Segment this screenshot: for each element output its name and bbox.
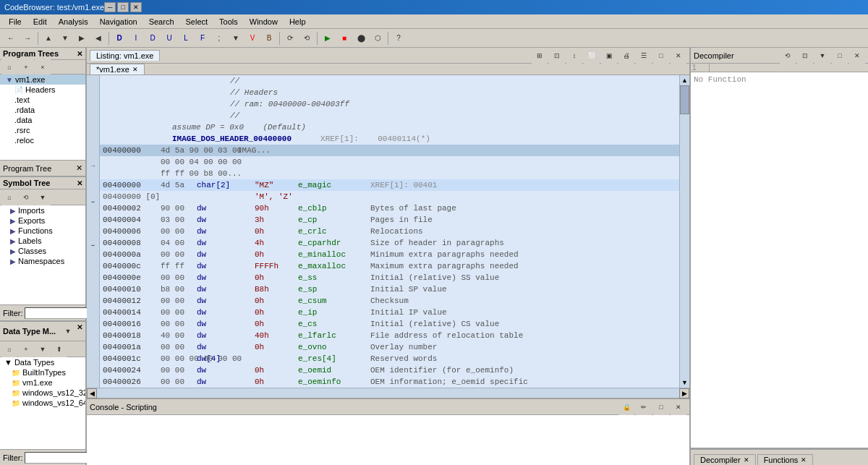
dec-tb3[interactable]: ▼: [814, 48, 830, 64]
dec-maximize[interactable]: □: [832, 48, 848, 64]
lst-tb7[interactable]: ☰: [636, 48, 652, 64]
lst-tb3[interactable]: ↕: [566, 48, 582, 64]
asm-row-6[interactable]: 00400006 00 00 dw 0h e_crlc Relocations: [100, 226, 679, 237]
asm-row-17[interactable]: 0040001c 00 00 00 00 00 00 dw[4] e_res[4…: [100, 353, 679, 364]
tab-decompiler[interactable]: Decompiler ✕: [694, 454, 756, 465]
sym-exports[interactable]: ▶ Exports: [0, 216, 85, 226]
tree-item-rdata[interactable]: .rdata: [0, 105, 85, 115]
tb-down[interactable]: ▼: [57, 30, 73, 46]
asm-row-12[interactable]: 00400012 00 00 dw 0h e_csum Checksum: [100, 295, 679, 307]
tb-btn14[interactable]: ⟳: [282, 30, 298, 46]
asm-row-8[interactable]: 0040000a 00 00 dw 0h e_minalloc Minimum …: [100, 249, 679, 260]
menu-analysis[interactable]: Analysis: [53, 16, 94, 27]
tb-stop[interactable]: ■: [336, 30, 352, 46]
sym-btn2[interactable]: ⟲: [18, 189, 34, 205]
asm-row-4[interactable]: 00400002 90 00 dw 90h e_cblp Bytes of la…: [100, 202, 679, 214]
tab-functions-close[interactable]: ✕: [801, 456, 807, 464]
tb-btn17[interactable]: ⬡: [370, 30, 386, 46]
listing-tab[interactable]: Listing: vm1.exe: [90, 50, 160, 61]
sym-functions[interactable]: ▶ Functions: [0, 226, 85, 236]
listing-hscrollbar[interactable]: ◀ ▶: [87, 388, 689, 398]
tree-item-rsrc[interactable]: .rsrc: [0, 125, 85, 135]
hscroll-track[interactable]: [98, 390, 678, 397]
program-trees-close[interactable]: ✕: [77, 50, 82, 58]
asm-row-5[interactable]: 00400004 03 00 dw 3h e_cp Pages in file: [100, 214, 679, 226]
tb-undo[interactable]: D: [111, 30, 127, 46]
tb-up[interactable]: ▲: [41, 30, 56, 46]
dt-vm1exe[interactable]: 📁 vm1.exe: [0, 377, 85, 388]
maximize-button[interactable]: □: [117, 2, 129, 12]
dt-btn1[interactable]: ▼: [60, 323, 76, 339]
tb-btn3[interactable]: ▶: [74, 30, 90, 46]
asm-row-3[interactable]: 00400000 4d 5a char[2] "MZ" e_magic XREF…: [100, 179, 679, 191]
lst-close[interactable]: ✕: [671, 48, 686, 64]
dec-close[interactable]: ✕: [849, 48, 865, 64]
menu-window[interactable]: Window: [244, 16, 284, 27]
console-maximize[interactable]: □: [653, 399, 669, 415]
dt-tb1[interactable]: ⌂: [1, 341, 17, 357]
asm-row-18[interactable]: 00400024 00 00 dw 0h e_oemid OEM identif…: [100, 364, 679, 376]
tb-btn12[interactable]: V: [244, 30, 260, 46]
lst-maximize[interactable]: □: [653, 48, 669, 64]
dt-tb3[interactable]: ▼: [35, 341, 51, 357]
tab-functions[interactable]: Functions ✕: [757, 454, 814, 465]
tb-redo[interactable]: I: [128, 30, 144, 46]
symbol-tree-close[interactable]: ✕: [77, 179, 82, 187]
asm-row-1[interactable]: 00 00 04 00 00 00: [100, 156, 679, 168]
tab-decompiler-close[interactable]: ✕: [744, 456, 749, 464]
tree-item-data[interactable]: .data: [0, 115, 85, 125]
asm-row-13[interactable]: 00400014 00 00 dw 0h e_ip Initial IP val…: [100, 307, 679, 318]
menu-select[interactable]: Select: [180, 16, 214, 27]
close-button[interactable]: ✕: [130, 2, 142, 12]
tb-back[interactable]: ←: [3, 30, 19, 46]
sym-labels[interactable]: ▶ Labels: [0, 236, 85, 246]
sym-classes[interactable]: ▶ Classes: [0, 246, 85, 256]
tb-run[interactable]: ▶: [320, 30, 336, 46]
tb-btn16[interactable]: ⬤: [353, 30, 369, 46]
scroll-thumb[interactable]: [680, 85, 689, 114]
menu-navigation[interactable]: Navigation: [94, 16, 143, 27]
sym-btn3[interactable]: ▼: [35, 189, 51, 205]
lst-tb6[interactable]: 🖨: [618, 48, 634, 64]
tb-btn11[interactable]: ▼: [228, 30, 244, 46]
sym-imports[interactable]: ▶ Imports: [0, 205, 85, 216]
asm-row-19[interactable]: 00400026 00 00 dw 0h e_oeminfo OEM infor…: [100, 376, 679, 388]
menu-file[interactable]: File: [3, 16, 27, 27]
menu-help[interactable]: Help: [284, 16, 312, 27]
nav-arrow[interactable]: →: [90, 162, 96, 169]
lst-tb4[interactable]: ⬜: [584, 48, 600, 64]
tb-btn8[interactable]: L: [178, 30, 194, 46]
tb-btn4[interactable]: ◀: [90, 30, 106, 46]
asm-row-14[interactable]: 00400016 00 00 dw 0h e_cs Initial (relat…: [100, 318, 679, 330]
lst-tb1[interactable]: ⊞: [532, 48, 548, 64]
lst-tb5[interactable]: ▣: [601, 48, 617, 64]
dec-refresh[interactable]: ⟲: [780, 48, 796, 64]
asm-row-7[interactable]: 00400008 04 00 dw 4h e_cparhdr Size of h…: [100, 237, 679, 249]
pt-home[interactable]: ⌂: [1, 59, 17, 75]
asm-row-15[interactable]: 00400018 40 00 dw 40h e_lfarlc File addr…: [100, 330, 679, 341]
menu-search[interactable]: Search: [143, 16, 180, 27]
tb-decompile[interactable]: D: [145, 30, 161, 46]
data-type-close[interactable]: ✕: [77, 323, 82, 339]
asm-row-11[interactable]: 00400010 b8 00 dw B8h e_sp Initial SP va…: [100, 283, 679, 295]
tb-btn10[interactable]: ;: [211, 30, 227, 46]
dt-builtintypes[interactable]: 📁 BuiltInTypes: [0, 367, 85, 377]
pt-add[interactable]: +: [18, 59, 34, 75]
nav-expand2[interactable]: −: [91, 242, 95, 249]
tree-item-headers[interactable]: 📄 Headers: [0, 85, 85, 95]
asm-row-9[interactable]: 0040000c ff ff dw FFFFh e_maxalloc Maxim…: [100, 260, 679, 272]
sym-namespaces[interactable]: ▶ Namespaces: [0, 256, 85, 266]
menu-tools[interactable]: Tools: [213, 16, 244, 27]
pt-delete[interactable]: ×: [35, 59, 51, 75]
tb-btn15[interactable]: ⟲: [299, 30, 315, 46]
dt-win32[interactable]: 📁 windows_vs12_32: [0, 388, 85, 398]
lst-tb2[interactable]: ⊡: [549, 48, 565, 64]
nav-expand1[interactable]: −: [91, 198, 95, 205]
tb-btn7[interactable]: U: [161, 30, 177, 46]
asm-row-16[interactable]: 0040001a 00 00 dw 0h e_ovno Overlay numb…: [100, 341, 679, 353]
asm-row-2[interactable]: ff ff 00 b8 00...: [100, 168, 679, 179]
tree-item-reloc[interactable]: .reloc: [0, 135, 85, 145]
listing-scrollbar[interactable]: ▲ ▼: [679, 75, 689, 388]
dt-tb2[interactable]: +: [18, 341, 34, 357]
console-tb1[interactable]: 🔒: [618, 399, 634, 415]
